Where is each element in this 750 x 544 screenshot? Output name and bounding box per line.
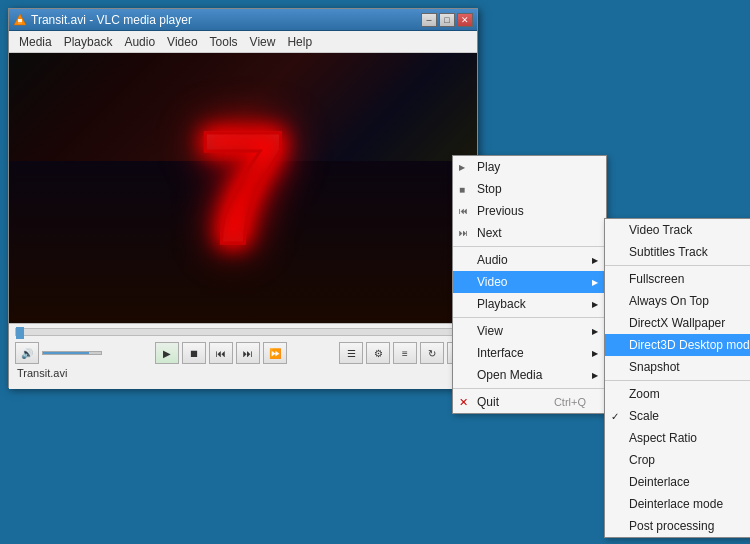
ctx-stop-label: Stop	[477, 182, 502, 196]
playlist-button[interactable]: ☰	[339, 342, 363, 364]
ctx-crop[interactable]: Crop	[605, 449, 750, 471]
ctx-deinterlace-mode[interactable]: Deinterlace mode	[605, 493, 750, 515]
video-content: 7	[199, 96, 288, 280]
video-track-label: Video Track	[629, 223, 692, 237]
ctx-video-track[interactable]: Video Track	[605, 219, 750, 241]
post-processing-label: Post processing	[629, 519, 714, 533]
ctx-view[interactable]: View	[453, 320, 606, 342]
volume-slider[interactable]	[42, 351, 102, 355]
quit-shortcut: Ctrl+Q	[554, 396, 586, 408]
maximize-button[interactable]: □	[439, 13, 455, 27]
ctx-video[interactable]: Video	[453, 271, 606, 293]
aspect-ratio-label: Aspect Ratio	[629, 431, 697, 445]
deinterlace-label: Deinterlace	[629, 475, 690, 489]
ctx-aspect-ratio[interactable]: Aspect Ratio	[605, 427, 750, 449]
deinterlace-mode-label: Deinterlace mode	[629, 497, 723, 511]
ctx-next[interactable]: ⏭ Next	[453, 222, 606, 244]
ctx-sep-2	[453, 317, 606, 318]
menu-bar: Media Playback Audio Video Tools View He…	[9, 31, 477, 53]
subtitles-track-label: Subtitles Track	[629, 245, 708, 259]
fast-forward-button[interactable]: ⏩	[263, 342, 287, 364]
ctx-quit[interactable]: ✕ Quit Ctrl+Q	[453, 391, 606, 413]
volume-fill	[43, 352, 89, 354]
directx-wallpaper-label: DirectX Wallpaper	[629, 316, 725, 330]
context-menu-video: Video Track Subtitles Track Fullscreen A…	[604, 218, 750, 538]
ctx-deinterlace[interactable]: Deinterlace	[605, 471, 750, 493]
seek-bar[interactable]	[15, 328, 471, 336]
video-sep-1	[605, 265, 750, 266]
ctx-post-processing[interactable]: Post processing	[605, 515, 750, 537]
ctx-interface-label: Interface	[477, 346, 524, 360]
ctx-stop[interactable]: ■ Stop	[453, 178, 606, 200]
ctx-open-media[interactable]: Open Media	[453, 364, 606, 386]
ctx-always-on-top[interactable]: Always On Top	[605, 290, 750, 312]
ctx-quit-label: Quit	[477, 395, 499, 409]
loop-button[interactable]: ↻	[420, 342, 444, 364]
stop-button[interactable]: ⏹	[182, 342, 206, 364]
filename-label: Transit.avi	[15, 367, 471, 379]
ctx-open-media-label: Open Media	[477, 368, 542, 382]
extended-button[interactable]: ⚙	[366, 342, 390, 364]
equalizer-button[interactable]: ≡	[393, 342, 417, 364]
title-bar-left: Transit.avi - VLC media player	[13, 13, 192, 27]
video-area[interactable]: 7	[9, 53, 477, 323]
ctx-view-label: View	[477, 324, 503, 338]
play-button[interactable]: ▶	[155, 342, 179, 364]
direct3d-desktop-label: Direct3D Desktop mode	[629, 338, 750, 352]
ctx-previous-label: Previous	[477, 204, 524, 218]
ctx-play[interactable]: ▶ Play	[453, 156, 606, 178]
menu-media[interactable]: Media	[13, 33, 58, 51]
menu-tools[interactable]: Tools	[204, 33, 244, 51]
ctx-interface[interactable]: Interface	[453, 342, 606, 364]
scale-label: Scale	[629, 409, 659, 423]
context-menu-main: ▶ Play ■ Stop ⏮ Previous ⏭ Next Audio Vi…	[452, 155, 607, 414]
ctx-scale[interactable]: ✓ Scale	[605, 405, 750, 427]
ctx-snapshot[interactable]: Snapshot	[605, 356, 750, 378]
ctx-subtitles-track[interactable]: Subtitles Track	[605, 241, 750, 263]
close-button[interactable]: ✕	[457, 13, 473, 27]
window-title: Transit.avi - VLC media player	[31, 13, 192, 27]
ctx-zoom[interactable]: Zoom	[605, 383, 750, 405]
menu-video[interactable]: Video	[161, 33, 203, 51]
menu-help[interactable]: Help	[281, 33, 318, 51]
next-icon: ⏭	[459, 228, 468, 238]
always-on-top-label: Always On Top	[629, 294, 709, 308]
volume-icon[interactable]: 🔊	[15, 342, 39, 364]
fullscreen-label: Fullscreen	[629, 272, 684, 286]
quit-icon: ✕	[459, 396, 468, 409]
menu-playback[interactable]: Playback	[58, 33, 119, 51]
ctx-sep-3	[453, 388, 606, 389]
title-bar-buttons: – □ ✕	[421, 13, 473, 27]
ctx-audio[interactable]: Audio	[453, 249, 606, 271]
next-button[interactable]: ⏭	[236, 342, 260, 364]
prev-button[interactable]: ⏮	[209, 342, 233, 364]
controls-row: 🔊 ▶ ⏹ ⏮ ⏭ ⏩ ☰ ⚙ ≡ ↻ ⇄	[15, 342, 471, 364]
ctx-directx-wallpaper[interactable]: DirectX Wallpaper	[605, 312, 750, 334]
controls-area: 🔊 ▶ ⏹ ⏮ ⏭ ⏩ ☰ ⚙ ≡ ↻ ⇄ Transit.avi	[9, 323, 477, 389]
stop-icon: ■	[459, 184, 465, 195]
ctx-playback[interactable]: Playback	[453, 293, 606, 315]
ctx-previous[interactable]: ⏮ Previous	[453, 200, 606, 222]
minimize-button[interactable]: –	[421, 13, 437, 27]
vlc-icon	[13, 13, 27, 27]
snapshot-label: Snapshot	[629, 360, 680, 374]
menu-audio[interactable]: Audio	[118, 33, 161, 51]
scale-check: ✓	[611, 411, 619, 422]
ctx-audio-label: Audio	[477, 253, 508, 267]
ctx-fullscreen[interactable]: Fullscreen	[605, 268, 750, 290]
crop-label: Crop	[629, 453, 655, 467]
zoom-label: Zoom	[629, 387, 660, 401]
video-sep-2	[605, 380, 750, 381]
vlc-window: Transit.avi - VLC media player – □ ✕ Med…	[8, 8, 478, 388]
menu-view[interactable]: View	[244, 33, 282, 51]
ctx-sep-1	[453, 246, 606, 247]
ctx-next-label: Next	[477, 226, 502, 240]
seek-thumb	[16, 327, 24, 339]
ctx-play-label: Play	[477, 160, 500, 174]
prev-icon: ⏮	[459, 206, 468, 216]
play-icon: ▶	[459, 163, 465, 172]
ctx-direct3d-desktop[interactable]: Direct3D Desktop mode ▶	[605, 334, 750, 356]
title-bar: Transit.avi - VLC media player – □ ✕	[9, 9, 477, 31]
svg-rect-2	[16, 22, 24, 24]
ctx-playback-label: Playback	[477, 297, 526, 311]
